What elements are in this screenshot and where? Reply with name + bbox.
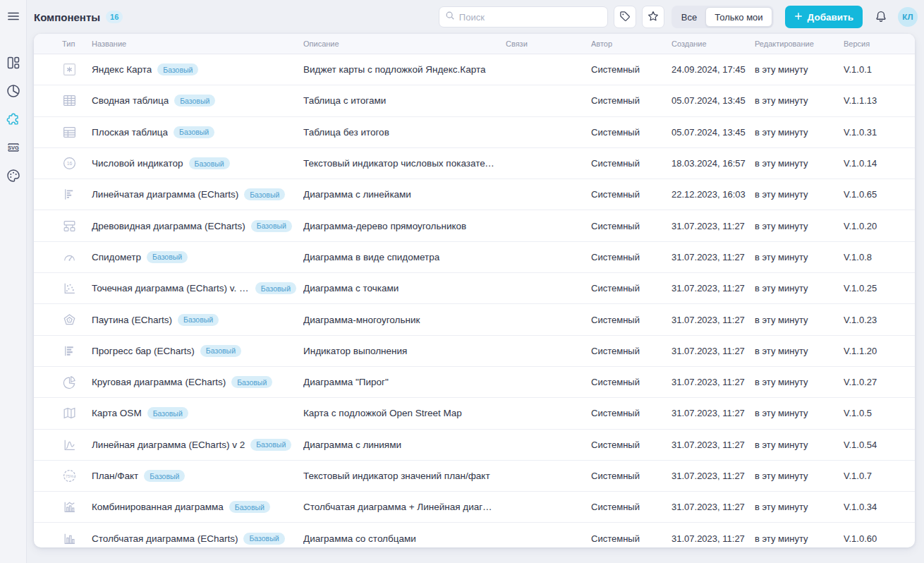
notifications-button[interactable] xyxy=(873,8,889,25)
flat-table-icon xyxy=(62,125,77,140)
basic-badge: Базовый xyxy=(200,345,241,357)
table-body: Яндекс Карта Базовый Виджет карты с подл… xyxy=(34,54,915,547)
component-edited: в эту минуту xyxy=(755,377,844,387)
component-version: V.1.0.8 xyxy=(844,252,915,262)
table-row[interactable]: Древовидная диаграмма (ECharts) Базовый … xyxy=(34,210,915,241)
component-created: 31.07.2023, 11:27 xyxy=(671,440,755,450)
scope-toggle: Все Только мои xyxy=(671,6,774,28)
component-name: План/Факт xyxy=(92,471,138,481)
table-row[interactable]: 75% План/Факт Базовый Текстовый индикато… xyxy=(34,461,915,492)
bar-chart-icon xyxy=(62,531,77,546)
component-author: Системный xyxy=(591,221,671,231)
table-row[interactable]: Точечная диаграмма (ECharts) v. 1.1.0 Ба… xyxy=(34,273,915,304)
table-row[interactable]: Столбчатая диаграмма (ECharts) Базовый Д… xyxy=(34,523,915,547)
tag-icon xyxy=(619,10,631,25)
column-links: Связи xyxy=(506,40,591,48)
component-version: V.1.0.34 xyxy=(844,502,915,512)
favorites-filter-button[interactable] xyxy=(642,6,664,28)
basic-badge: Базовый xyxy=(251,220,292,232)
table-row[interactable]: Плоская таблица Базовый Таблица без итог… xyxy=(34,117,915,148)
column-author: Автор xyxy=(591,40,671,48)
component-edited: в эту минуту xyxy=(755,158,844,169)
pie-nav-icon xyxy=(6,83,21,102)
component-edited: в эту минуту xyxy=(755,533,844,544)
table-row[interactable]: Паутина (ECharts) Базовый Диаграмма-мног… xyxy=(34,304,915,335)
component-version: V.1.0.31 xyxy=(844,127,915,138)
table-row[interactable]: 16 Числовой индикатор Базовый Текстовый … xyxy=(34,148,915,179)
line-chart-icon xyxy=(62,437,77,452)
component-description: Диаграмма с линиями xyxy=(303,440,506,450)
sidebar-item-components[interactable] xyxy=(5,113,22,128)
column-type: Тип xyxy=(34,40,92,48)
component-description: Столбчатая диаграмма + Линейная диаграмм… xyxy=(303,502,506,512)
star-icon xyxy=(647,10,659,25)
avatar[interactable]: КЛ xyxy=(898,7,918,27)
table-row[interactable]: Прогресс бар (ECharts) Базовый Индикатор… xyxy=(34,336,915,367)
component-name: Числовой индикатор xyxy=(92,158,183,169)
component-edited: в эту минуту xyxy=(755,440,844,450)
svg-text:75%: 75% xyxy=(66,474,74,478)
search-box[interactable] xyxy=(439,6,608,28)
search-icon xyxy=(445,11,455,23)
component-author: Системный xyxy=(591,95,671,106)
component-description: Диаграмма с точками xyxy=(303,283,506,293)
table-row[interactable]: Линейчатая диаграмма (ECharts) Базовый Д… xyxy=(34,179,915,210)
basic-badge: Базовый xyxy=(147,251,188,263)
column-description: Описание xyxy=(303,40,506,48)
table-row[interactable]: Спидометр Базовый Диаграмма в виде спидо… xyxy=(34,242,915,273)
number-indicator-icon: 16 xyxy=(62,156,77,171)
component-author: Системный xyxy=(591,189,671,200)
table-row[interactable]: Яндекс Карта Базовый Виджет карты с подл… xyxy=(34,54,915,85)
component-name: Карта OSM xyxy=(92,408,142,418)
component-version: V.1.0.1 xyxy=(844,64,915,75)
components-table-card: Тип Название Описание Связи Автор Создан… xyxy=(34,34,915,547)
component-version: V.1.0.20 xyxy=(844,221,915,231)
component-author: Системный xyxy=(591,315,671,325)
component-created: 18.03.2024, 16:57 xyxy=(671,158,755,169)
search-input[interactable] xyxy=(459,12,602,23)
component-author: Системный xyxy=(591,471,671,481)
component-description: Диаграмма-дерево прямоугольников xyxy=(303,221,506,231)
component-version: V.1.0.65 xyxy=(844,189,915,200)
component-version: V.1.0.25 xyxy=(844,283,915,293)
table-row[interactable]: Линейная диаграмма (ECharts) v 2 Базовый… xyxy=(34,430,915,461)
sidebar-item-reports[interactable] xyxy=(5,85,22,100)
component-name: Точечная диаграмма (ECharts) v. 1.1.0 xyxy=(92,283,250,293)
basic-badge: Базовый xyxy=(244,188,285,200)
component-author: Системный xyxy=(591,158,671,169)
component-version: V.1.1.13 xyxy=(844,95,915,106)
component-name: Древовидная диаграмма (ECharts) xyxy=(92,221,245,231)
component-name: Прогресс бар (ECharts) xyxy=(92,346,195,356)
component-description: Диаграмма с линейками xyxy=(303,189,506,200)
palette-icon xyxy=(6,168,21,186)
scope-all-button[interactable]: Все xyxy=(673,7,705,27)
bar-horizontal-icon xyxy=(62,187,77,202)
table-row[interactable]: Карта OSM Базовый Карта с подложкой Open… xyxy=(34,398,915,429)
add-button[interactable]: Добавить xyxy=(785,6,863,28)
component-edited: в эту минуту xyxy=(755,315,844,325)
sidebar-item-palette[interactable] xyxy=(5,169,22,185)
component-created: 31.07.2023, 11:27 xyxy=(671,502,755,512)
component-name: Спидометр xyxy=(92,252,141,262)
component-edited: в эту минуту xyxy=(755,346,844,356)
table-row[interactable]: Круговая диаграмма (ECharts) Базовый Диа… xyxy=(34,367,915,398)
top-actions: Все Только мои Добавить КЛ xyxy=(439,6,918,28)
plus-icon xyxy=(794,12,803,23)
scope-mine-button[interactable]: Только мои xyxy=(705,7,772,27)
basic-badge: Базовый xyxy=(189,157,230,169)
menu-button[interactable] xyxy=(5,8,22,25)
table-row[interactable]: Сводная таблица Базовый Таблица с итогам… xyxy=(34,85,915,116)
component-name: Столбчатая диаграмма (ECharts) xyxy=(92,533,238,544)
component-created: 31.07.2023, 11:27 xyxy=(671,377,755,387)
sidebar-item-svg-library[interactable]: SVG xyxy=(5,141,22,157)
table-header: Тип Название Описание Связи Автор Создан… xyxy=(34,34,915,54)
component-edited: в эту минуту xyxy=(755,127,844,138)
basic-badge: Базовый xyxy=(144,470,185,482)
tags-filter-button[interactable] xyxy=(614,6,636,28)
component-name: Круговая диаграмма (ECharts) xyxy=(92,377,226,387)
basic-badge: Базовый xyxy=(178,314,219,326)
map-osm-icon xyxy=(62,406,77,420)
table-row[interactable]: Комбинированная диаграмма Базовый Столбч… xyxy=(34,492,915,523)
sidebar-item-dashboards[interactable] xyxy=(5,56,22,72)
component-author: Системный xyxy=(591,533,671,544)
